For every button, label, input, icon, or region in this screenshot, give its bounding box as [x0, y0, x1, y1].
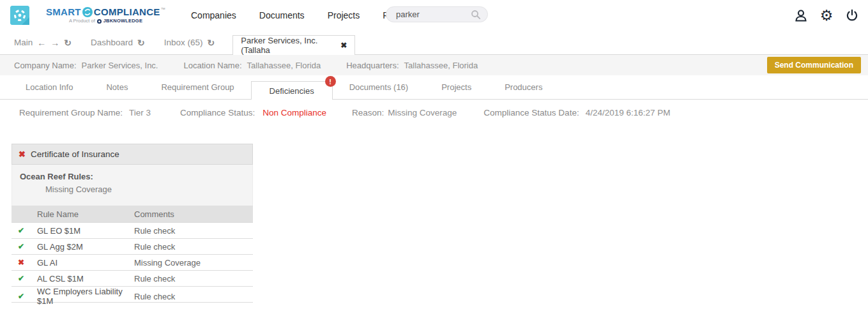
table-row: ✔ WC Employers Liability $1M Rule check [11, 286, 253, 302]
location-name-label: Location Name: [183, 61, 241, 70]
comments-column-header: Comments [134, 209, 253, 219]
tab-inbox[interactable]: Inbox (65) ↻ [164, 38, 215, 47]
nav-companies[interactable]: Companies [191, 10, 236, 20]
comment-cell: Rule check [134, 274, 253, 283]
rules-group-name: Ocean Reef Rules: [20, 172, 245, 181]
logo-tagline: A Product of JBKNOWLEDGE [46, 19, 165, 24]
compliance-status-value: Non Compliance [263, 108, 326, 117]
tab-dashboard-label[interactable]: Dashboard [91, 38, 133, 47]
reason-field: Reason: Missing Coverage [352, 108, 457, 117]
compliance-status-row: Requirement Group Name: Tier 3 Complianc… [0, 100, 868, 125]
active-tab-label[interactable]: Parker Services, Inc. (Tallaha [241, 36, 335, 55]
tab-requirement-group[interactable]: Requirement Group [144, 82, 250, 92]
section-tabs: Location Info Notes Requirement Group De… [0, 75, 868, 100]
rule-name-cell: GL AI [31, 258, 134, 268]
table-row: ✖ GL AI Missing Coverage [11, 254, 253, 270]
requirement-group-field: Requirement Group Name: Tier 3 [19, 108, 151, 117]
check-icon: ✔ [11, 242, 31, 251]
tab-inbox-label[interactable]: Inbox (65) [164, 38, 203, 47]
comment-cell: Rule check [134, 226, 253, 236]
deficiency-alert-badge: ! [325, 76, 336, 87]
deficiency-panel: ✖ Certificate of Insurance Ocean Reef Ru… [11, 144, 253, 303]
tab-dashboard[interactable]: Dashboard ↻ [91, 38, 145, 47]
table-row: ✔ AL CSL $1M Rule check [11, 270, 253, 286]
nav-projects[interactable]: Projects [328, 10, 360, 20]
search-input[interactable] [396, 10, 469, 19]
tab-projects[interactable]: Projects [425, 82, 488, 92]
tagline-prefix: A Product of [69, 19, 95, 24]
global-search[interactable] [386, 6, 488, 22]
rule-name-cell: AL CSL $1M [31, 274, 134, 283]
power-icon[interactable] [844, 7, 860, 24]
gear-icon[interactable]: ⚙ [818, 7, 835, 24]
company-name-field: Company Name: Parker Services, Inc. [14, 61, 158, 70]
tab-producers[interactable]: Producers [488, 82, 559, 92]
rules-table-header: Rule Name Comments [11, 206, 253, 222]
rules-table: Rule Name Comments ✔ GL EO $1M Rule chec… [11, 206, 253, 303]
nav-documents[interactable]: Documents [259, 10, 305, 20]
headquarters-label: Headquarters: [346, 61, 399, 70]
company-info-bar: Company Name: Parker Services, Inc. Loca… [0, 55, 868, 75]
location-name-value: Tallahassee, Florida [247, 61, 321, 70]
rule-name-column-header: Rule Name [31, 209, 134, 219]
tab-parker-services-active[interactable]: Parker Services, Inc. (Tallaha ✖ [232, 35, 355, 55]
window-tab-strip: Main ← → ↻ Dashboard ↻ Inbox (65) ↻ Park… [0, 31, 868, 55]
app-logo-icon [10, 6, 29, 25]
logo-trademark: ™ [161, 7, 165, 12]
rules-table-body: ✔ GL EO $1M Rule check ✔ GL Agg $2M Rule… [11, 222, 253, 302]
location-name-field: Location Name: Tallahassee, Florida [183, 61, 321, 70]
tagline-brand: JBKNOWLEDGE [103, 19, 142, 24]
check-icon: ✔ [11, 292, 31, 301]
tab-location-info[interactable]: Location Info [9, 82, 89, 92]
header-actions: ⚙ [793, 0, 860, 31]
user-icon[interactable] [793, 7, 809, 24]
rules-group-status: Missing Coverage [45, 185, 245, 194]
forward-arrow-icon[interactable]: → [50, 38, 59, 47]
refresh-icon[interactable]: ↻ [137, 38, 145, 47]
compliance-status-field: Compliance Status: Non Compliance [180, 108, 326, 117]
headquarters-value: Tallahassee, Florida [404, 61, 478, 70]
rule-name-cell: GL Agg $2M [31, 242, 134, 252]
rule-name-cell: WC Employers Liability $1M [31, 287, 134, 306]
check-icon: ✔ [11, 226, 31, 235]
reason-label: Reason: [352, 108, 384, 117]
table-row: ✔ GL Agg $2M Rule check [11, 238, 253, 254]
deficiency-panel-body: Ocean Reef Rules: Missing Coverage [11, 165, 253, 206]
check-icon: ✔ [11, 274, 31, 283]
tab-deficiencies-label[interactable]: Deficiencies [270, 86, 314, 96]
close-icon[interactable]: ✖ [340, 41, 347, 50]
logo-smart-text: SMART [46, 7, 81, 18]
brand-logo: SMART COMPLIANCE ™ A Product of JBKNOWLE… [46, 7, 165, 24]
x-icon: ✖ [11, 258, 31, 267]
tab-main[interactable]: Main ← → ↻ [14, 38, 72, 47]
deficiency-panel-header: ✖ Certificate of Insurance [11, 144, 253, 165]
logo-circle-icon [82, 7, 93, 17]
status-date-field: Compliance Status Date: 4/24/2019 6:16:2… [483, 108, 670, 117]
tab-notes[interactable]: Notes [89, 82, 144, 92]
deficiency-panel-title: Certificate of Insurance [31, 149, 119, 159]
tab-deficiencies-active[interactable]: Deficiencies ! [251, 81, 333, 100]
status-date-label: Compliance Status Date: [483, 108, 579, 117]
refresh-icon[interactable]: ↻ [64, 38, 72, 47]
jbknowledge-icon [97, 19, 102, 24]
compliance-status-label: Compliance Status: [180, 108, 255, 117]
company-name-value: Parker Services, Inc. [82, 61, 158, 70]
logo-compliance-text: COMPLIANCE [94, 7, 160, 18]
status-date-value: 4/24/2019 6:16:27 PM [586, 108, 671, 117]
comment-cell: Missing Coverage [134, 258, 253, 268]
company-name-label: Company Name: [14, 61, 77, 70]
comment-cell: Rule check [134, 242, 253, 252]
app-header: SMART COMPLIANCE ™ A Product of JBKNOWLE… [0, 0, 868, 31]
back-arrow-icon[interactable]: ← [37, 38, 46, 47]
send-communication-button[interactable]: Send Communication [767, 57, 861, 73]
rule-name-cell: GL EO $1M [31, 226, 134, 236]
requirement-group-label: Requirement Group Name: [19, 108, 123, 117]
refresh-icon[interactable]: ↻ [208, 38, 215, 47]
tab-documents[interactable]: Documents (16) [333, 82, 425, 92]
search-icon[interactable] [471, 10, 481, 20]
reason-value: Missing Coverage [388, 108, 457, 117]
tab-main-label[interactable]: Main [14, 38, 33, 47]
requirement-group-value: Tier 3 [129, 108, 151, 117]
headquarters-field: Headquarters: Tallahassee, Florida [346, 61, 478, 70]
comment-cell: Rule check [134, 292, 253, 301]
